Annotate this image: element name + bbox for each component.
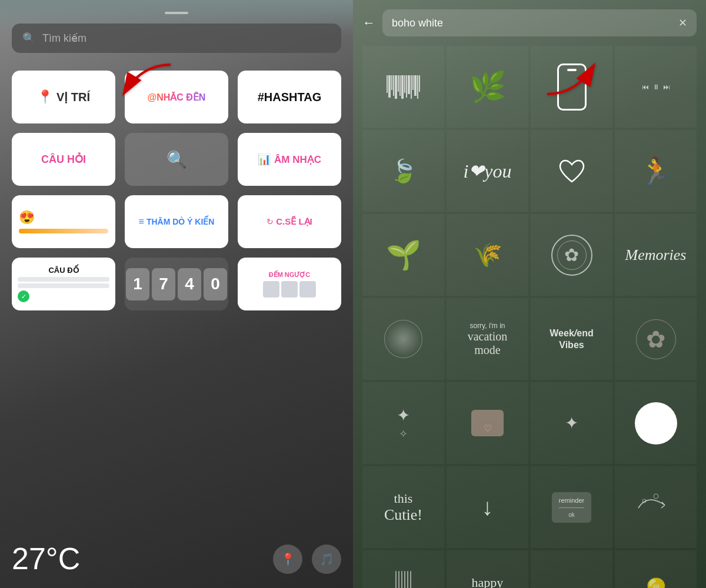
sticker-result-heart-outline[interactable] (531, 130, 612, 212)
sticker-result-mandala2[interactable]: ✿ (615, 298, 697, 380)
music-icon[interactable]: 🎵 (312, 544, 341, 574)
search-bar-right: ← boho white ✕ (362, 9, 697, 36)
reminder-ok-text: ok (559, 512, 584, 518)
sticker-results-grid: 🌿 ⏮⏸⏭ 🍃 i❤you 🏃 (362, 46, 697, 588)
sticker-result-envelope-pink[interactable]: ♡ (447, 382, 528, 464)
sticker-tham-do[interactable]: ≡ THĂM DÒ Ý KIẾN (125, 195, 228, 248)
sticker-cau-hoi[interactable]: CÂU HỎI (12, 133, 115, 186)
sparkle-small: ✧ (399, 427, 408, 440)
sparkle-star2-icon: ✦ (565, 413, 578, 433)
sticker-result-memories[interactable]: Memories (615, 214, 697, 296)
vacation-text: sorry, i'm in vacation mode (468, 322, 508, 357)
sticker-result-this-cutie[interactable]: this Cutie! (362, 466, 444, 548)
sticker-result-vine-arrow[interactable] (615, 466, 697, 548)
sparkle-big: ✦ (397, 406, 410, 425)
music-player-icon: ⏮⏸⏭ (642, 83, 670, 91)
location-label: VỊ TRÍ (56, 90, 90, 104)
mandala-icon (551, 235, 592, 276)
red-arrow-left (106, 59, 176, 108)
runner-icon: 🏃 (640, 155, 672, 186)
envelope-heart: ♡ (484, 423, 492, 434)
bottom-icons: 📍 🎵 (273, 544, 341, 576)
heart-outline-icon (557, 158, 587, 184)
sticker-result-sparkle-circle[interactable] (362, 298, 444, 380)
countdown-digit-2: 7 (152, 268, 175, 300)
search-bar-left[interactable]: 🔍 Tìm kiếm (12, 24, 341, 53)
barcode-sticker (387, 75, 420, 99)
clear-search-button[interactable]: ✕ (678, 16, 687, 29)
happy-birthday-text: happy birthday (462, 576, 513, 588)
reminder-title: reminder (559, 497, 584, 504)
c-se-lai-icon: ↻ (267, 217, 274, 226)
sticker-result-runner[interactable]: 🏃 (615, 130, 697, 212)
drag-handle[interactable] (165, 12, 188, 14)
sticker-hashtag[interactable]: #HASHTAG (238, 71, 341, 123)
sticker-result-branch-botanical[interactable]: 🌾 (447, 214, 528, 296)
sticker-emoji-slider[interactable]: 😍 (12, 195, 115, 248)
sticker-result-vacation[interactable]: sorry, i'm in vacation mode (447, 298, 528, 380)
map-icon[interactable]: 📍 (273, 544, 302, 574)
cau-do-line-2 (18, 283, 109, 288)
sticker-result-vertical-lines[interactable] (362, 550, 444, 588)
sticker-search-gif[interactable]: 🔍 (125, 133, 228, 186)
countdown-digit-3: 4 (178, 268, 201, 300)
sticker-result-empty (531, 550, 612, 588)
i-love-you-text: i❤you (463, 160, 511, 182)
sticker-cau-do[interactable]: CÂU ĐỐ ✓ (12, 258, 115, 310)
sticker-result-barcode[interactable] (362, 46, 444, 128)
search-icon: 🔍 (22, 32, 35, 45)
reminder-line (559, 507, 584, 508)
cau-do-check-icon: ✓ (18, 290, 29, 302)
sparkle-circle-icon (384, 320, 422, 358)
sticker-result-white-circle[interactable] (615, 382, 697, 464)
mandala-inner (557, 240, 587, 270)
countdown-digit-1: 1 (126, 268, 149, 300)
left-panel: 🔍 Tìm kiếm 📍 VỊ TRÍ @NHẮC ĐẾN (0, 0, 353, 588)
back-button[interactable]: ← (362, 15, 375, 31)
sticker-result-reminder[interactable]: reminder ok (531, 466, 612, 548)
sticker-result-mandala[interactable] (531, 214, 612, 296)
sticker-result-happy-bday[interactable]: happy birthday (447, 550, 528, 588)
search-input-right[interactable]: boho white ✕ (382, 9, 697, 36)
countdown-digit-4: 0 (204, 268, 227, 300)
mandala2-icon: ✿ (636, 319, 676, 359)
leaves-icon: 🌱 (386, 239, 421, 272)
sticker-result-leaves[interactable]: 🌱 (362, 214, 444, 296)
sticker-result-arrow-down[interactable]: ↓ (447, 466, 528, 548)
mandala2-outer (636, 319, 676, 359)
lightbulb-icon: 💡 (641, 577, 671, 588)
c-se-lai-label: C.SẼ LẠI (276, 216, 312, 227)
slider-track (19, 229, 108, 233)
tham-do-label: THĂM DÒ Ý KIẾN (146, 217, 215, 226)
vertical-lines-icon (395, 571, 411, 589)
envelope-pink-icon: ♡ (471, 410, 504, 436)
sticker-result-sparkle-star2[interactable]: ✦ (531, 382, 612, 464)
sticker-result-leaf-branch[interactable]: 🌿 (447, 46, 528, 128)
hashtag-label: #HASHTAG (258, 91, 322, 104)
this-cutie-text: this Cutie! (384, 491, 422, 524)
temperature-text: 27°C (12, 541, 80, 576)
sticker-result-i-love-you[interactable]: i❤you (447, 130, 528, 212)
dem-nguoc-label: ĐẾM NGƯỢC (269, 271, 311, 279)
sticker-result-sparkle-stars[interactable]: ✦ ✧ (362, 382, 444, 464)
sticker-location[interactable]: 📍 VỊ TRÍ (12, 71, 115, 123)
search-placeholder: Tìm kiếm (42, 32, 86, 45)
sticker-result-music-player[interactable]: ⏮⏸⏭ (615, 46, 697, 128)
branch-botanical-icon: 🌾 (473, 241, 502, 269)
bottom-bar-left: 27°C 📍 🎵 (0, 541, 353, 588)
sticker-countdown[interactable]: 1 7 4 0 (125, 258, 228, 310)
dem-nguoc-box-3 (299, 281, 316, 298)
sticker-result-lightbulb[interactable]: 💡 (615, 550, 697, 588)
red-arrow-right (541, 53, 612, 102)
sticker-result-weekend-vibes[interactable]: Week/endVibes (531, 298, 612, 380)
white-circle-icon (635, 402, 677, 445)
search-value-text: boho white (392, 17, 443, 29)
sticker-c-se-lai[interactable]: ↻ C.SẼ LẠI (238, 195, 341, 248)
sticker-am-nhac[interactable]: 📊 ÂM NHẠC (238, 133, 341, 186)
dem-nguoc-box-2 (281, 281, 298, 298)
search-gif-icon: 🔍 (166, 150, 187, 169)
sticker-result-flower-leaf[interactable]: 🍃 (362, 130, 444, 212)
cau-do-title: CÂU ĐỐ (48, 266, 78, 275)
cau-do-lines (18, 277, 109, 288)
sticker-dem-nguoc[interactable]: ĐẾM NGƯỢC (238, 258, 341, 310)
